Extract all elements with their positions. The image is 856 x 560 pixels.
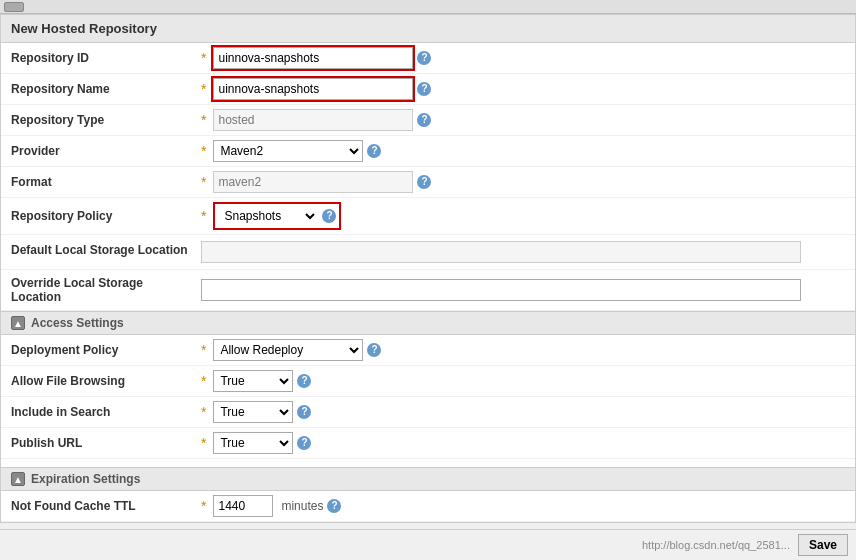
repository-id-input[interactable] [213,47,413,69]
required-star-4: * [201,143,206,159]
repository-type-label: Repository Type [1,111,201,129]
not-found-cache-ttl-value: * minutes ? [201,495,855,517]
include-in-search-row: Include in Search * True False ? [1,397,855,428]
provider-label: Provider [1,142,201,160]
override-local-storage-value [201,279,855,301]
repository-policy-value: * Snapshots Releases Mixed ? [201,202,855,230]
repository-name-value: * ? [201,78,855,100]
not-found-cache-ttl-label: Not Found Cache TTL [1,497,201,515]
default-local-storage-input [201,241,801,263]
required-star-5: * [201,174,206,190]
override-local-storage-input[interactable] [201,279,801,301]
allow-file-browsing-select[interactable]: True False [213,370,293,392]
override-local-storage-label: Override Local Storage Location [1,274,201,306]
repository-policy-select[interactable]: Snapshots Releases Mixed [218,205,318,227]
required-star-6: * [201,208,206,224]
repository-policy-label: Repository Policy [1,207,201,225]
required-star-9: * [201,404,206,420]
panel-title-text: New Hosted Repository [11,21,157,36]
repository-name-input[interactable] [213,78,413,100]
repository-type-input [213,109,413,131]
publish-url-row: Publish URL * True False ? [1,428,855,459]
scrollbar-thumb[interactable] [4,2,24,12]
format-help-icon[interactable]: ? [417,175,431,189]
allow-file-browsing-label: Allow File Browsing [1,372,201,390]
repository-type-value: * ? [201,109,855,131]
default-local-storage-value [201,241,855,263]
repository-type-help-icon[interactable]: ? [417,113,431,127]
deployment-policy-help-icon[interactable]: ? [367,343,381,357]
repository-id-label: Repository ID [1,49,201,67]
repository-id-value: * ? [201,47,855,69]
deployment-policy-row: Deployment Policy * Allow Redeploy Disab… [1,335,855,366]
format-input [213,171,413,193]
default-local-storage-label: Default Local Storage Location [1,241,201,259]
override-local-storage-row: Override Local Storage Location [1,270,855,311]
required-star-11: * [201,498,206,514]
panel-title: New Hosted Repository [1,15,855,43]
repository-panel: New Hosted Repository Repository ID * ? … [0,14,856,523]
required-star-8: * [201,373,206,389]
required-star: * [201,50,206,66]
publish-url-help-icon[interactable]: ? [297,436,311,450]
provider-help-icon[interactable]: ? [367,144,381,158]
expiration-settings-collapse-btn[interactable]: ▲ [11,472,25,486]
horizontal-scrollbar[interactable] [0,0,856,14]
provider-value: * Maven2 Maven1 NuGet ? [201,140,855,162]
provider-select[interactable]: Maven2 Maven1 NuGet [213,140,363,162]
access-settings-label: Access Settings [31,316,124,330]
repository-id-row: Repository ID * ? [1,43,855,74]
not-found-cache-ttl-row: Not Found Cache TTL * minutes ? [1,491,855,522]
include-in-search-help-icon[interactable]: ? [297,405,311,419]
publish-url-value: * True False ? [201,432,855,454]
minutes-label: minutes [281,499,323,513]
publish-url-select[interactable]: True False [213,432,293,454]
not-found-cache-ttl-input[interactable] [213,495,273,517]
format-row: Format * ? [1,167,855,198]
allow-file-browsing-value: * True False ? [201,370,855,392]
format-label: Format [1,173,201,191]
policy-help-icon[interactable]: ? [322,209,336,223]
allow-file-browsing-help-icon[interactable]: ? [297,374,311,388]
repository-policy-row: Repository Policy * Snapshots Releases M… [1,198,855,235]
deployment-policy-label: Deployment Policy [1,341,201,359]
access-settings-divider: ▲ Access Settings [1,311,855,335]
deployment-policy-select[interactable]: Allow Redeploy Disable Redeploy Read Onl… [213,339,363,361]
access-settings-collapse-btn[interactable]: ▲ [11,316,25,330]
repository-name-help-icon[interactable]: ? [417,82,431,96]
repository-name-row: Repository Name * ? [1,74,855,105]
format-value: * ? [201,171,855,193]
allow-file-browsing-row: Allow File Browsing * True False ? [1,366,855,397]
repository-type-row: Repository Type * ? [1,105,855,136]
deployment-policy-value: * Allow Redeploy Disable Redeploy Read O… [201,339,855,361]
required-star-3: * [201,112,206,128]
provider-row: Provider * Maven2 Maven1 NuGet ? [1,136,855,167]
include-in-search-select[interactable]: True False [213,401,293,423]
default-local-storage-row: Default Local Storage Location [1,235,855,270]
required-star-7: * [201,342,206,358]
repository-id-help-icon[interactable]: ? [417,51,431,65]
form-body: Repository ID * ? Repository Name * ? Re… [1,43,855,522]
expiration-settings-divider: ▲ Expiration Settings [1,467,855,491]
policy-dropdown-wrapper: Snapshots Releases Mixed ? [213,202,341,230]
include-in-search-value: * True False ? [201,401,855,423]
required-star-10: * [201,435,206,451]
publish-url-label: Publish URL [1,434,201,452]
include-in-search-label: Include in Search [1,403,201,421]
required-star-2: * [201,81,206,97]
expiration-settings-label: Expiration Settings [31,472,140,486]
repository-name-label: Repository Name [1,80,201,98]
not-found-cache-ttl-help-icon[interactable]: ? [327,499,341,513]
